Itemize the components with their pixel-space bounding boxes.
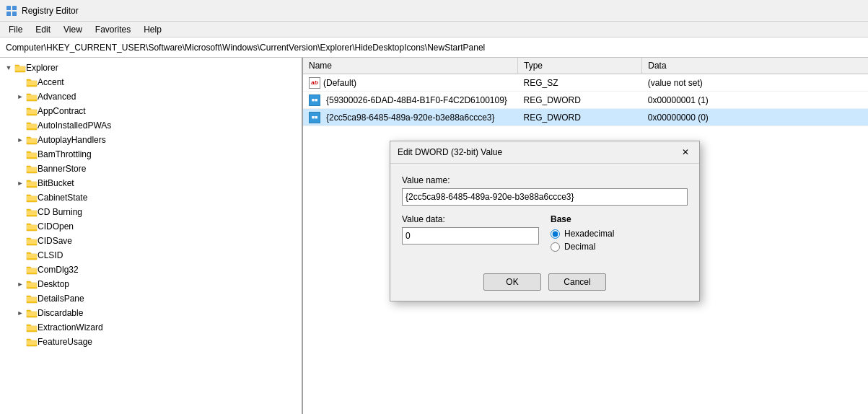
expander-explorer[interactable]: ▼	[3, 62, 14, 74]
tree-label-detailspane: DetailsPane	[38, 294, 84, 304]
folder-icon-extractionwizard	[26, 322, 38, 333]
menu-file[interactable]: File	[3, 23, 28, 36]
folder-icon-comdlg32	[26, 264, 38, 276]
menu-edit[interactable]: Edit	[30, 23, 56, 36]
tree-item-cidsave[interactable]: CIDSave	[0, 234, 302, 248]
cancel-button[interactable]: Cancel	[548, 273, 606, 291]
tree-label-cidsave: CIDSave	[38, 236, 72, 246]
tree-item-featureusage[interactable]: FeatureUsage	[0, 335, 302, 349]
radio-hex-input[interactable]	[551, 229, 560, 239]
tree-label-clsid: CLSID	[38, 250, 63, 260]
title-bar: Registry Editor	[0, 0, 868, 22]
ok-button[interactable]: OK	[483, 273, 541, 291]
radio-hex-label: Hexadecimal	[564, 229, 614, 239]
value-data-label: Value data:	[402, 214, 539, 224]
tree-label-bamthrottling: BamThrottling	[38, 149, 92, 159]
tree-item-explorer[interactable]: ▼ Explorer	[0, 61, 302, 75]
menu-favorites[interactable]: Favorites	[89, 23, 136, 36]
tree-item-comdlg32[interactable]: ComDlg32	[0, 263, 302, 277]
tree-item-appcontract[interactable]: AppContract	[0, 104, 302, 118]
tree-item-autoplayhandlers[interactable]: ► AutoplayHandlers	[0, 133, 302, 147]
folder-icon-discardable	[26, 307, 38, 319]
table-row[interactable]: ■■ {2cc5ca98-6485-489a-920e-b3e88a6ccce3…	[303, 109, 868, 126]
tree-label-bitbucket: BitBucket	[38, 178, 74, 188]
base-label: Base	[551, 214, 688, 224]
tree-label-discardable: Discardable	[38, 308, 83, 318]
folder-icon-advanced	[26, 91, 38, 102]
address-path: Computer\HKEY_CURRENT_USER\Software\Micr…	[6, 43, 485, 53]
col-name[interactable]: Name	[303, 58, 518, 74]
tree-item-detailspane[interactable]: DetailsPane	[0, 291, 302, 306]
folder-icon-featureusage	[26, 336, 38, 348]
row-icon-dword1: ■■ {59300026-6DAD-48B4-B1F0-F4C2D6100109…	[309, 94, 507, 106]
table-cell-data: (value not set)	[642, 74, 868, 92]
table-cell-type: REG_SZ	[518, 74, 642, 92]
menu-view[interactable]: View	[58, 23, 88, 36]
tree-item-bannerstore[interactable]: BannerStore	[0, 162, 302, 176]
tree-item-accent[interactable]: ► Accent	[0, 75, 302, 89]
value-data-input[interactable]	[402, 227, 539, 245]
radio-dec-input[interactable]	[551, 242, 560, 252]
tree-item-bitbucket[interactable]: ► BitBucket	[0, 176, 302, 190]
dialog-body: Value name: Value data: Base Hexadecimal…	[390, 164, 699, 266]
tree-item-extractionwizard[interactable]: ExtractionWizard	[0, 320, 302, 335]
dialog-close-button[interactable]: ✕	[679, 146, 692, 159]
tree-item-autoinstalledpwas[interactable]: AutoInstalledPWAs	[0, 118, 302, 133]
table-cell-data: 0x00000001 (1)	[642, 92, 868, 109]
folder-icon-accent	[26, 76, 38, 88]
tree-item-cdburning[interactable]: CD Burning	[0, 205, 302, 219]
svg-rect-3	[12, 12, 17, 16]
value-name-label: Value name:	[402, 175, 688, 185]
dialog-footer: OK Cancel	[390, 266, 699, 301]
registry-table: Name Type Data ab (Default) REG_SZ (valu…	[303, 58, 868, 126]
svg-rect-1	[12, 6, 17, 10]
tree-item-bamthrottling[interactable]: BamThrottling	[0, 147, 302, 162]
folder-icon-desktop	[26, 278, 38, 290]
expander-discardable[interactable]: ►	[14, 307, 26, 319]
value-name-input[interactable]	[402, 188, 688, 206]
title-bar-text: Registry Editor	[22, 6, 79, 16]
tree-label-extractionwizard: ExtractionWizard	[38, 322, 103, 332]
folder-icon-bitbucket	[26, 177, 38, 189]
tree-label-appcontract: AppContract	[38, 106, 86, 116]
folder-icon-bannerstore	[26, 163, 38, 175]
tree-label-comdlg32: ComDlg32	[38, 265, 79, 275]
tree-item-clsid[interactable]: CLSID	[0, 248, 302, 263]
tree-label-advanced: Advanced	[38, 92, 76, 102]
tree-panel[interactable]: ▼ Explorer ► Accent ► Advanced	[0, 58, 303, 414]
folder-icon-appcontract	[26, 105, 38, 117]
tree-label-cidopen: CIDOpen	[38, 221, 74, 232]
tree-label-autoinstalledpwas: AutoInstalledPWAs	[38, 120, 111, 131]
folder-icon-cabinetstate	[26, 192, 38, 203]
tree-label-bannerstore: BannerStore	[38, 164, 86, 174]
radio-decimal[interactable]: Decimal	[551, 242, 688, 252]
col-type[interactable]: Type	[518, 58, 642, 74]
tree-label-autoplayhandlers: AutoplayHandlers	[38, 135, 106, 145]
tree-item-advanced[interactable]: ► Advanced	[0, 89, 302, 104]
tree-item-discardable[interactable]: ► Discardable	[0, 306, 302, 320]
dialog-base-area: Base Hexadecimal Decimal	[551, 214, 688, 255]
expander-autoplayhandlers[interactable]: ►	[14, 134, 26, 146]
tree-item-cabinetstate[interactable]: CabinetState	[0, 190, 302, 205]
radio-hexadecimal[interactable]: Hexadecimal	[551, 229, 688, 239]
tree-item-desktop[interactable]: ► Desktop	[0, 277, 302, 291]
dword-icon: ■■	[309, 94, 320, 106]
expander-bitbucket[interactable]: ►	[14, 177, 26, 189]
dialog-title: Edit DWORD (32-bit) Value	[398, 147, 502, 157]
svg-rect-2	[6, 12, 11, 16]
table-cell-name: ab (Default)	[303, 74, 518, 92]
tree-label-explorer: Explorer	[26, 63, 58, 73]
table-cell-data: 0x00000000 (0)	[642, 109, 868, 126]
expander-desktop[interactable]: ►	[14, 278, 26, 290]
table-row[interactable]: ■■ {59300026-6DAD-48B4-B1F0-F4C2D6100109…	[303, 92, 868, 109]
folder-icon-explorer	[14, 62, 26, 74]
menu-help[interactable]: Help	[138, 23, 167, 36]
folder-icon-autoplayhandlers	[26, 134, 38, 146]
table-row[interactable]: ab (Default) REG_SZ (value not set)	[303, 74, 868, 92]
dword-icon: ■■	[309, 112, 320, 123]
expander-advanced[interactable]: ►	[14, 91, 26, 102]
col-data[interactable]: Data	[642, 58, 868, 74]
tree-label-featureusage: FeatureUsage	[38, 337, 92, 347]
tree-item-cidopen[interactable]: CIDOpen	[0, 219, 302, 234]
folder-icon-detailspane	[26, 293, 38, 304]
